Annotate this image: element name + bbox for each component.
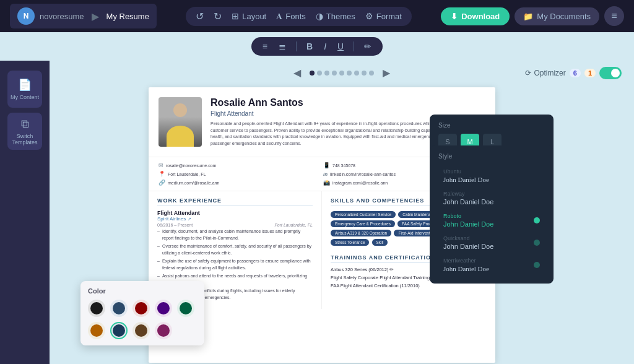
my-documents-button[interactable]: 📁 My Documents [515,7,599,25]
font-option-quicksand[interactable]: Quicksand John Daniel Doe [438,232,545,254]
optimizer-badge-blue[interactable]: 6 [570,69,581,77]
nav-item-format[interactable]: ⚙ Format [365,11,402,21]
page-dot-9[interactable] [369,71,374,76]
style-popup-title: Style [438,153,545,160]
page-dot-1[interactable] [310,71,315,76]
color-popup: Color [80,281,204,345]
optimizer-icon: ⟳ [525,69,531,77]
work-experience-title: WORK EXPERIENCE [157,197,313,206]
format-bar: ≡ ≣ B I U ✏ [0,32,634,61]
font-dot-quicksand [534,240,540,246]
page-dot-4[interactable] [332,71,337,76]
my-content-icon: 📄 [18,78,32,92]
location-icon: 📍 [158,171,165,177]
color-swatches [88,300,197,339]
phone-icon: 📱 [323,162,330,168]
download-button[interactable]: ⬇ Download [441,7,510,25]
toolbar-separator-2 [354,41,354,51]
optimizer-area: ⟳ Optimizer 6 1 [525,67,622,79]
download-icon: ⬇ [451,12,458,21]
bold-button[interactable]: B [304,40,315,53]
page-dot-2[interactable] [317,71,322,76]
breadcrumb-separator: ▶ [92,11,99,22]
photo-background [158,97,202,147]
skill-tag-3: Emergency Care & Procedures [331,220,395,227]
page-navigator: ◀ ▶ ⟳ Optimizer 6 1 [50,61,634,82]
font-options-list: Ubuntu John Daniel Doe Raleway John Dani… [438,165,545,276]
job-company: Spirit Airlines ↗ [157,216,313,222]
nav-toolbar: ↺ ↻ ⊞ Layout 𝐀 Fonts ◑ Themes ⚙ Format [186,7,412,26]
color-swatch-1[interactable] [88,300,105,317]
italic-button[interactable]: I [321,40,329,53]
color-swatch-5[interactable] [177,300,194,317]
logo-area[interactable]: N novoresume ▶ My Resume [10,4,157,28]
toolbar-separator [296,41,297,51]
brand-logo: N [17,7,35,25]
contact-location: 📍 Fort Lauderdale, FL [158,171,321,177]
job-bullet-3: Explain the use of safety equipment to p… [157,258,313,271]
page-dot-6[interactable] [347,71,352,76]
job-bullet-2: Oversee the maintenance of comfort, safe… [157,243,313,256]
email-icon: ✉ [158,162,163,168]
font-dot-merriweather [534,262,540,268]
color-swatch-6[interactable] [88,322,105,339]
color-swatch-4[interactable] [155,300,172,317]
contact-email: ✉ rosalie@novoresume.com [158,162,321,168]
skill-tag-1: Personalized Customer Service [331,211,396,218]
external-link-icon: ↗ [188,217,191,222]
align-left-button[interactable]: ≡ [260,40,270,53]
underline-button[interactable]: U [335,40,346,53]
job-bullet-1: Identify, document, and analyze cabin ma… [157,228,313,241]
undo-button[interactable]: ↺ [196,11,204,22]
optimizer-toggle[interactable] [599,67,622,79]
resume-photo [158,97,202,147]
docs-icon: 📁 [523,12,533,21]
page-dot-8[interactable] [362,71,367,76]
resume-name: Rosalie Ann Santos [211,97,485,108]
format-icon: ⚙ [365,11,373,21]
next-page-button[interactable]: ▶ [379,66,394,80]
font-option-merriweather[interactable]: Merriweather John Daniel Doe [438,254,545,276]
job-title: Flight Attendant [157,210,313,216]
selected-font-indicator [534,217,540,223]
color-swatch-7[interactable] [110,322,128,339]
left-sidebar: 📄 My Content ⧉ Switch Templates [0,61,50,364]
font-option-roboto[interactable]: Roboto John Daniel Doe [438,209,545,232]
color-swatch-3[interactable] [132,300,150,317]
sidebar-item-my-content[interactable]: 📄 My Content [7,71,42,108]
skill-tag-5: Airbus A319 & 320 Operation [331,230,391,236]
nav-item-layout[interactable]: ⊞ Layout [232,11,266,21]
nav-right: ⬇ Download 📁 My Documents ≡ [441,6,624,26]
nav-item-themes[interactable]: ◑ Themes [316,11,355,21]
hamburger-menu-button[interactable]: ≡ [604,6,624,26]
optimizer-badge-orange[interactable]: 1 [584,69,596,77]
redo-button[interactable]: ↻ [214,11,222,22]
themes-icon: ◑ [316,11,323,21]
nav-item-fonts[interactable]: 𝐀 Fonts [276,11,306,22]
page-dot-7[interactable] [354,71,359,76]
optimizer-label: ⟳ Optimizer [525,69,565,77]
switch-templates-icon: ⧉ [21,118,29,131]
color-swatch-8[interactable] [132,322,150,339]
color-swatch-9[interactable] [155,322,172,339]
contact-medium: 🔗 medium.com/@rosalie.ann [158,180,321,186]
align-center-button[interactable]: ≣ [276,40,289,53]
edit-button[interactable]: ✏ [362,40,374,53]
job-dates: 06/2016 – Present Fort Lauderdale, FL [157,223,313,227]
page-dot-5[interactable] [339,71,344,76]
fonts-icon: 𝐀 [276,11,282,22]
page-dots [310,71,374,76]
brand-name: novoresume [40,12,84,21]
cert-item-3: FAA Flight Attendant Certification (11/2… [331,283,487,288]
prev-page-button[interactable]: ◀ [290,66,305,80]
layout-icon: ⊞ [232,11,239,21]
color-swatch-2[interactable] [110,300,128,317]
font-option-ubuntu[interactable]: Ubuntu John Daniel Doe [438,165,545,187]
font-option-raleway[interactable]: Raleway John Daniel Doe [438,187,545,209]
sidebar-item-switch-templates[interactable]: ⧉ Switch Templates [7,113,42,150]
medium-icon: 🔗 [158,180,165,186]
page-dot-3[interactable] [324,71,329,76]
style-popup: Style Ubuntu John Daniel Doe Raleway Joh… [430,145,554,284]
color-popup-title: Color [88,287,197,295]
linkedin-icon: in [323,171,328,177]
